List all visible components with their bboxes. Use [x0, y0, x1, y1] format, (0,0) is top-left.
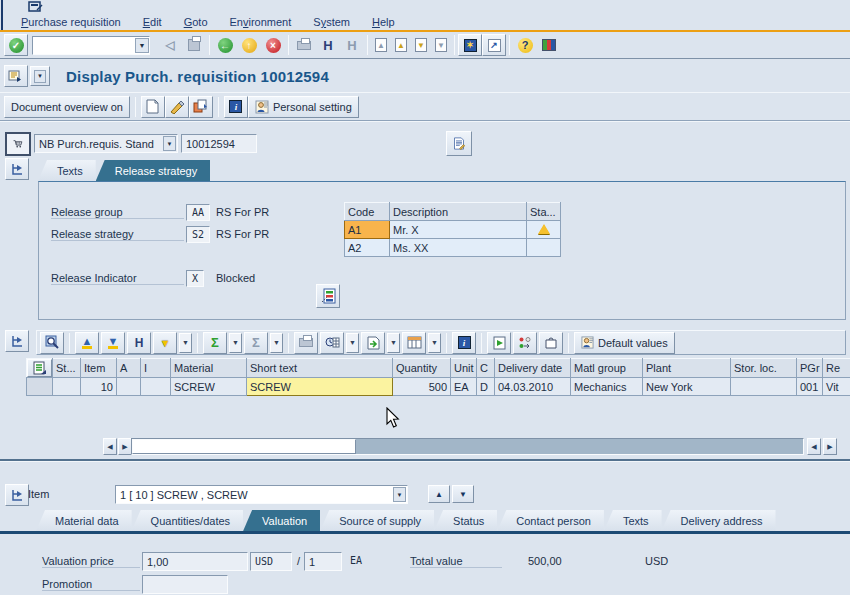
- col-matl-group[interactable]: Matl group: [571, 359, 643, 378]
- tab-texts[interactable]: Texts: [38, 160, 96, 181]
- cell-pgr[interactable]: 001: [797, 378, 823, 396]
- cell-short-text[interactable]: SCREW: [247, 378, 393, 396]
- col-material[interactable]: Material: [171, 359, 247, 378]
- find-next-icon[interactable]: H: [340, 34, 364, 56]
- tab-delivery-address[interactable]: Delivery address: [662, 510, 776, 531]
- col-stor-loc[interactable]: Stor. loc.: [731, 359, 797, 378]
- grid-info-icon[interactable]: i: [452, 332, 476, 354]
- release-code-cell[interactable]: A1: [345, 221, 390, 239]
- cell-matl-group[interactable]: Mechanics: [571, 378, 643, 396]
- cell-status[interactable]: [53, 378, 81, 396]
- col-re[interactable]: Re: [823, 359, 850, 378]
- command-input[interactable]: [33, 39, 135, 51]
- cell-delivery-date[interactable]: 04.03.2010: [495, 378, 571, 396]
- scroll-left-icon-2[interactable]: ◀: [807, 438, 821, 455]
- cell-plant[interactable]: New York: [643, 378, 731, 396]
- export-icon[interactable]: [361, 332, 385, 354]
- col-a[interactable]: A: [117, 359, 141, 378]
- document-overview-button[interactable]: Document overview on: [4, 96, 130, 118]
- create-document-icon[interactable]: [141, 96, 165, 118]
- container-icon[interactable]: [539, 332, 563, 354]
- filter-icon[interactable]: ▼: [153, 332, 177, 354]
- layout-icon[interactable]: [402, 332, 426, 354]
- menu-edit[interactable]: Edit: [132, 15, 173, 29]
- menu-help[interactable]: Help: [361, 15, 406, 29]
- scrollbar-track[interactable]: [131, 438, 804, 455]
- create-shortcut-icon[interactable]: ↗: [482, 34, 506, 56]
- cell-quantity[interactable]: 500: [393, 378, 451, 396]
- col-quantity[interactable]: Quantity: [393, 359, 451, 378]
- requisition-type-select[interactable]: NB Purch.requis. Stand ▼: [34, 134, 178, 153]
- previous-item-icon[interactable]: ▲: [428, 485, 450, 503]
- release-status-cell[interactable]: [527, 239, 561, 257]
- info-icon[interactable]: i: [224, 96, 248, 118]
- menu-environment[interactable]: Environment: [219, 15, 303, 29]
- cell-i[interactable]: [141, 378, 171, 396]
- first-page-icon[interactable]: ▲: [371, 35, 391, 55]
- col-pgr[interactable]: PGr: [797, 359, 823, 378]
- cell-stor-loc[interactable]: [731, 378, 797, 396]
- currency-field[interactable]: USD: [250, 552, 292, 571]
- sum-dropdown-icon[interactable]: ▼: [229, 333, 242, 353]
- layout-dropdown-icon[interactable]: ▼: [428, 333, 441, 353]
- collapse-command-icon[interactable]: ◁: [158, 34, 182, 56]
- scroll-right-icon[interactable]: ▶: [118, 438, 132, 455]
- tab-status[interactable]: Status: [434, 510, 497, 531]
- valuation-price-field[interactable]: 1,00: [142, 552, 248, 571]
- release-status-cell[interactable]: [527, 221, 561, 239]
- col-item[interactable]: Item: [81, 359, 117, 378]
- enter-button[interactable]: ✓: [4, 34, 28, 56]
- back-icon[interactable]: ←: [213, 34, 237, 56]
- save-icon[interactable]: [182, 34, 206, 56]
- item-dropdown-icon[interactable]: ▼: [393, 487, 406, 502]
- previous-page-icon[interactable]: ▲: [391, 35, 411, 55]
- cell-c[interactable]: D: [477, 378, 495, 396]
- col-code[interactable]: Code: [345, 203, 390, 221]
- scroll-right-icon-2[interactable]: ▶: [823, 438, 837, 455]
- sort-descending-icon[interactable]: ▼: [101, 332, 125, 354]
- menu-system[interactable]: System: [302, 15, 361, 29]
- document-edit-icon[interactable]: [446, 131, 472, 156]
- cell-unit[interactable]: EA: [451, 378, 477, 396]
- col-description[interactable]: Description: [390, 203, 527, 221]
- next-page-icon[interactable]: ▼: [411, 35, 431, 55]
- release-desc-cell[interactable]: Ms. XX: [390, 239, 527, 257]
- sum-icon[interactable]: Σ: [203, 332, 227, 354]
- col-status[interactable]: St...: [53, 359, 81, 378]
- customize-layout-icon[interactable]: [537, 34, 561, 56]
- release-indicator-field[interactable]: X: [186, 270, 204, 287]
- sort-ascending-icon[interactable]: ▲: [75, 332, 99, 354]
- next-item-icon[interactable]: ▼: [452, 485, 474, 503]
- item-select[interactable]: 1 [ 10 ] SCREW , SCREW ▼: [115, 485, 408, 504]
- release-group-field[interactable]: AA: [186, 204, 210, 221]
- find-icon[interactable]: H: [316, 34, 340, 56]
- cell-material[interactable]: SCREW: [171, 378, 247, 396]
- details-icon[interactable]: [40, 332, 64, 354]
- scroll-left-icon[interactable]: ◀: [103, 438, 117, 455]
- print-grid-icon[interactable]: [294, 332, 318, 354]
- release-code-cell[interactable]: A2: [345, 239, 390, 257]
- display-change-icon[interactable]: [165, 96, 189, 118]
- col-i[interactable]: I: [141, 359, 171, 378]
- tab-source-of-supply[interactable]: Source of supply: [320, 510, 434, 531]
- tab-quantities-dates[interactable]: Quantities/dates: [132, 510, 244, 531]
- last-page-icon[interactable]: ▼: [431, 35, 451, 55]
- exit-icon[interactable]: ↑: [237, 34, 261, 56]
- command-dropdown-icon[interactable]: ▼: [135, 38, 149, 53]
- title-dropdown-icon[interactable]: ▼: [30, 66, 50, 86]
- release-status-icon[interactable]: [316, 284, 340, 308]
- views-icon[interactable]: [320, 332, 344, 354]
- scrollbar-thumb[interactable]: [132, 439, 356, 454]
- cell-re[interactable]: Vit: [823, 378, 850, 396]
- menu-goto[interactable]: Goto: [173, 15, 219, 29]
- tab-release-strategy[interactable]: Release strategy: [96, 160, 211, 181]
- tab-texts[interactable]: Texts: [604, 510, 662, 531]
- col-c[interactable]: C: [477, 359, 495, 378]
- col-unit[interactable]: Unit: [451, 359, 477, 378]
- col-delivery-date[interactable]: Delivery date: [495, 359, 571, 378]
- price-unit-field[interactable]: 1: [304, 552, 342, 571]
- collapse-item-icon[interactable]: [5, 484, 29, 506]
- grid-corner-icon[interactable]: [27, 359, 52, 377]
- tab-valuation[interactable]: Valuation: [243, 510, 320, 531]
- subtotal-icon[interactable]: Σ: [244, 332, 268, 354]
